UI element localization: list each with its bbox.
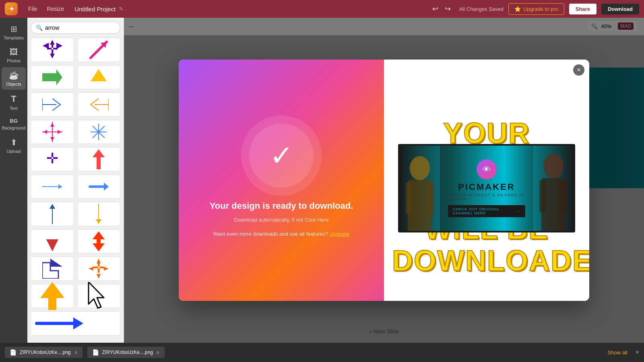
sidebar-item-objects[interactable]: ☕ Objects xyxy=(2,67,26,90)
list-item[interactable] xyxy=(77,229,121,253)
file-icon-2: 📄 xyxy=(92,349,99,356)
modal-subtitle: Download automatically, if not Click Her… xyxy=(234,217,328,223)
svg-marker-26 xyxy=(104,183,109,191)
svg-rect-51 xyxy=(539,180,545,212)
cta-text: CHECK OUT ORIGINAL CHANNEL HERE xyxy=(453,207,514,215)
menu-resize[interactable]: Resize xyxy=(43,4,68,14)
svg-marker-38 xyxy=(97,274,101,279)
list-item[interactable] xyxy=(31,175,74,199)
download-modal: ✓ Your design is ready to download. Down… xyxy=(179,60,589,301)
modal-close-button[interactable]: × xyxy=(573,64,584,76)
arrow-grid: ✛ ◀ ▶ ▲ ▼ xyxy=(31,38,120,335)
list-item[interactable] xyxy=(31,284,74,308)
modal-left-panel: ✓ Your design is ready to download. Down… xyxy=(179,60,384,301)
svg-marker-44 xyxy=(73,317,83,329)
close-downloads-button[interactable]: × xyxy=(636,349,639,356)
preview-frame: 👁 PICMAKER DESIGN WITHOUT A DEGREE IN DE… xyxy=(398,144,575,232)
text-icon: T xyxy=(11,94,16,104)
menu-file[interactable]: File xyxy=(24,4,41,14)
svg-marker-14 xyxy=(50,137,54,141)
list-item[interactable] xyxy=(31,93,74,117)
modal-right-panel: × YOUR YOUTUBE BANNER WILL BE DOWNLOADED xyxy=(384,60,589,301)
download-button[interactable]: Download xyxy=(601,4,639,14)
list-item[interactable] xyxy=(77,175,121,199)
show-all-button[interactable]: Show all xyxy=(608,350,627,356)
svg-rect-47 xyxy=(406,182,412,214)
list-item[interactable] xyxy=(77,284,121,308)
list-item[interactable]: ✛ ◀ ▶ ▲ ▼ xyxy=(31,38,74,62)
svg-point-49 xyxy=(543,154,564,178)
svg-marker-28 xyxy=(50,204,55,209)
preview-person-right xyxy=(533,144,574,232)
left-sidebar: ⊞ Templates 🖼 Photos ☕ Objects T Text BG… xyxy=(0,18,27,343)
photos-icon: 🖼 xyxy=(10,47,18,57)
list-item[interactable] xyxy=(31,65,74,89)
sidebar-item-upload[interactable]: ⬆ Upload xyxy=(2,134,26,157)
list-item[interactable] xyxy=(31,202,74,226)
list-item[interactable]: ✛ xyxy=(31,147,74,171)
svg-marker-31 xyxy=(46,239,58,251)
sidebar-item-photos[interactable]: 🖼 Photos xyxy=(2,44,26,66)
list-item[interactable] xyxy=(31,120,74,144)
search-bar[interactable]: 🔍 xyxy=(31,22,120,34)
list-item[interactable]: ✛ xyxy=(77,257,121,281)
background-icon: BG xyxy=(10,118,18,124)
main-layout: ⊞ Templates 🖼 Photos ☕ Objects T Text BG… xyxy=(0,18,644,343)
cta-arrow: → xyxy=(516,209,520,213)
modal-preview-container: 👁 PICMAKER DESIGN WITHOUT A DEGREE IN DE… xyxy=(398,144,575,232)
list-item[interactable] xyxy=(77,202,121,226)
file-name-2: ZIRYUKnboUzKe....png xyxy=(102,350,153,355)
modal-overlay: ✓ Your design is ready to download. Down… xyxy=(124,18,644,343)
svg-rect-43 xyxy=(35,322,75,325)
svg-marker-33 xyxy=(93,239,105,251)
photos-label: Photos xyxy=(7,58,21,63)
share-button[interactable]: Share xyxy=(569,4,597,14)
modal-title: Your design is ready to download. xyxy=(210,200,353,212)
search-panel: 🔍 ✛ ◀ ▶ ▲ ▼ xyxy=(27,18,124,343)
search-icon: 🔍 xyxy=(36,25,43,31)
topbar-title: Untitled Project ✎ xyxy=(74,6,424,12)
upgrade-button[interactable]: ⭐ Upgrade to pro xyxy=(508,3,564,15)
svg-marker-24 xyxy=(58,184,62,189)
svg-marker-30 xyxy=(96,219,101,224)
list-item[interactable] xyxy=(77,93,121,117)
save-status: All Changes Saved xyxy=(459,6,504,12)
svg-marker-16 xyxy=(58,130,62,134)
canvas-area: — 🔍 40% MAD + New Slide xyxy=(124,18,644,343)
project-title: Untitled Project xyxy=(74,6,116,12)
sidebar-item-text[interactable]: T Text xyxy=(2,90,26,114)
file-name-1: ZIRYUKnboUzKe....png xyxy=(20,350,71,355)
svg-text:◀: ◀ xyxy=(42,41,49,49)
upgrade-link[interactable]: Upgrade xyxy=(329,231,349,237)
download-file-1[interactable]: 📄 ZIRYUKnboUzKe....png ∧ xyxy=(5,347,83,358)
upgrade-prompt: Want even more downloads and use all fea… xyxy=(213,231,328,237)
search-input[interactable] xyxy=(45,25,116,31)
download-file-2[interactable]: 📄 ZIRYUKnboUzKe....png ∧ xyxy=(87,347,165,358)
text-label: Text xyxy=(10,106,18,111)
sidebar-item-templates[interactable]: ⊞ Templates xyxy=(2,21,26,43)
list-item[interactable] xyxy=(77,147,121,171)
bottom-bar: 📄 ZIRYUKnboUzKe....png ∧ 📄 ZIRYUKnboUzKe… xyxy=(0,343,644,362)
svg-marker-22 xyxy=(93,149,105,169)
sidebar-item-background[interactable]: BG Background xyxy=(2,115,26,134)
list-item[interactable] xyxy=(77,38,121,62)
list-item[interactable] xyxy=(31,257,74,281)
undo-button[interactable]: ↩ xyxy=(431,3,440,15)
svg-text:▶: ▶ xyxy=(56,41,62,49)
preview-logo: 👁 xyxy=(477,159,497,179)
list-item[interactable] xyxy=(77,65,121,89)
objects-icon: ☕ xyxy=(9,70,19,80)
app-logo: ✦ xyxy=(5,2,18,15)
list-item[interactable] xyxy=(31,311,120,335)
list-item[interactable] xyxy=(77,120,121,144)
upload-icon: ⬆ xyxy=(10,138,17,147)
list-item[interactable] xyxy=(31,229,74,253)
svg-point-45 xyxy=(410,156,430,180)
objects-label: Objects xyxy=(6,82,21,86)
edit-title-icon[interactable]: ✎ xyxy=(119,6,124,12)
templates-label: Templates xyxy=(4,35,24,40)
redo-button[interactable]: ↪ xyxy=(443,3,452,15)
preview-cta: CHECK OUT ORIGINAL CHANNEL HERE → xyxy=(448,205,525,217)
upgrade-label: Upgrade to pro xyxy=(523,6,558,12)
checkmark-icon: ✓ xyxy=(270,139,293,172)
